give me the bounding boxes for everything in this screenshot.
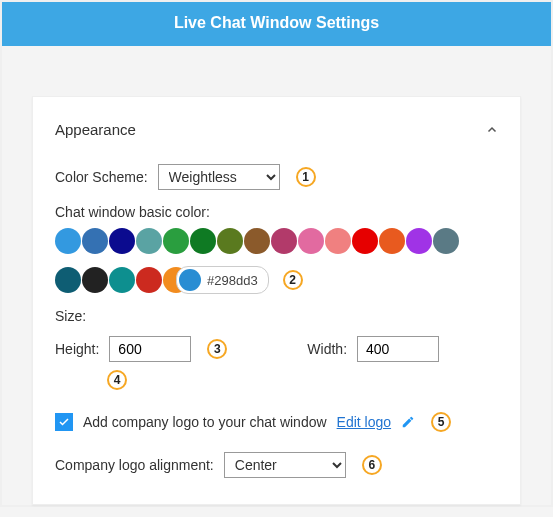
alignment-label: Company logo alignment: [55, 457, 214, 473]
color-swatch[interactable] [352, 228, 378, 254]
alignment-select[interactable]: Center [224, 452, 346, 478]
color-swatch[interactable] [82, 267, 108, 293]
color-swatch[interactable] [179, 269, 201, 291]
section-header[interactable]: Appearance [55, 121, 498, 138]
height-input[interactable] [109, 336, 191, 362]
annotation-4: 4 [107, 370, 127, 390]
color-scheme-row: Color Scheme: Weightless 1 [55, 164, 498, 190]
page-title-bar: Live Chat Window Settings [2, 2, 551, 46]
color-swatch[interactable] [109, 267, 135, 293]
width-input[interactable] [357, 336, 439, 362]
annotation-3: 3 [207, 339, 227, 359]
add-logo-checkbox[interactable] [55, 413, 73, 431]
color-swatch[interactable] [109, 228, 135, 254]
color-swatch[interactable] [82, 228, 108, 254]
color-swatch[interactable] [406, 228, 432, 254]
section-title: Appearance [55, 121, 136, 138]
color-scheme-select[interactable]: Weightless [158, 164, 280, 190]
color-swatch[interactable] [271, 228, 297, 254]
basic-color-label: Chat window basic color: [55, 204, 498, 220]
color-swatch[interactable] [325, 228, 351, 254]
annotation-2: 2 [283, 270, 303, 290]
color-swatch[interactable] [55, 228, 81, 254]
color-swatch[interactable] [379, 228, 405, 254]
annotation-5: 5 [431, 412, 451, 432]
color-swatch[interactable] [217, 228, 243, 254]
selected-color-hex: #298dd3 [207, 273, 258, 288]
size-label: Size: [55, 308, 498, 324]
width-label: Width: [307, 341, 347, 357]
page-title: Live Chat Window Settings [174, 14, 379, 31]
edit-logo-link[interactable]: Edit logo [337, 414, 391, 430]
color-swatch[interactable] [55, 267, 81, 293]
color-swatch[interactable] [136, 267, 162, 293]
annotation-6: 6 [362, 455, 382, 475]
chevron-up-icon [486, 124, 498, 136]
annotation-1: 1 [296, 167, 316, 187]
color-swatch[interactable] [298, 228, 324, 254]
pencil-icon[interactable] [401, 415, 415, 429]
color-swatch[interactable] [190, 228, 216, 254]
color-swatch[interactable] [136, 228, 162, 254]
appearance-card: Appearance Color Scheme: Weightless 1 Ch… [32, 96, 521, 505]
alignment-row: Company logo alignment: Center 6 [55, 452, 498, 478]
color-scheme-label: Color Scheme: [55, 169, 148, 185]
color-swatch[interactable] [163, 228, 189, 254]
logo-row: Add company logo to your chat window Edi… [55, 412, 498, 432]
color-swatch[interactable] [433, 228, 459, 254]
dimensions-row: Height: 3 Width: [55, 336, 498, 362]
height-label: Height: [55, 341, 99, 357]
add-logo-label: Add company logo to your chat window [83, 414, 327, 430]
color-swatch[interactable] [244, 228, 270, 254]
color-swatches: #298dd32 [55, 228, 498, 294]
selected-color-pill[interactable]: #298dd3 [176, 266, 269, 294]
